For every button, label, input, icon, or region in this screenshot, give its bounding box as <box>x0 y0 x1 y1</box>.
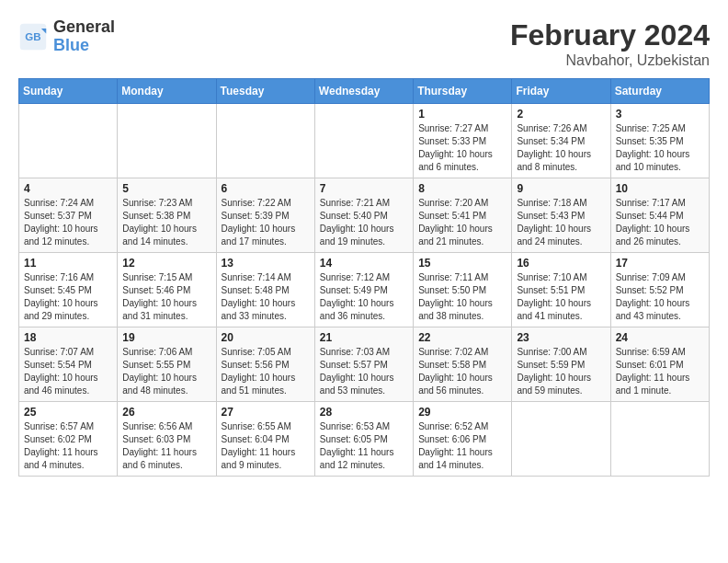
day-number: 4 <box>24 182 112 195</box>
calendar-cell: 9Sunrise: 7:18 AM Sunset: 5:43 PM Daylig… <box>512 178 610 253</box>
calendar-cell: 25Sunrise: 6:57 AM Sunset: 6:02 PM Dayli… <box>19 402 118 477</box>
day-info: Sunrise: 7:09 AM Sunset: 5:52 PM Dayligh… <box>616 271 704 323</box>
day-info: Sunrise: 7:25 AM Sunset: 5:35 PM Dayligh… <box>616 122 704 174</box>
day-info: Sunrise: 7:26 AM Sunset: 5:34 PM Dayligh… <box>517 122 605 174</box>
calendar-header: SundayMondayTuesdayWednesdayThursdayFrid… <box>19 79 710 104</box>
day-number: 7 <box>320 182 408 195</box>
day-info: Sunrise: 7:16 AM Sunset: 5:45 PM Dayligh… <box>24 271 112 323</box>
day-info: Sunrise: 7:22 AM Sunset: 5:39 PM Dayligh… <box>222 197 310 248</box>
day-number: 21 <box>320 331 408 344</box>
weekday-header: Thursday <box>414 79 512 104</box>
calendar-cell <box>19 104 118 178</box>
day-info: Sunrise: 7:27 AM Sunset: 5:33 PM Dayligh… <box>418 122 506 174</box>
title-area: February 2024 Navbahor, Uzbekistan <box>510 18 710 69</box>
weekday-header: Saturday <box>610 79 709 104</box>
day-info: Sunrise: 7:07 AM Sunset: 5:54 PM Dayligh… <box>24 346 112 397</box>
day-info: Sunrise: 7:18 AM Sunset: 5:43 PM Dayligh… <box>517 197 605 248</box>
day-info: Sunrise: 7:11 AM Sunset: 5:50 PM Dayligh… <box>418 271 506 323</box>
day-info: Sunrise: 7:20 AM Sunset: 5:41 PM Dayligh… <box>418 197 506 248</box>
calendar-cell <box>314 104 413 178</box>
calendar-cell: 24Sunrise: 6:59 AM Sunset: 6:01 PM Dayli… <box>610 327 709 402</box>
logo-line1: General <box>53 18 115 37</box>
calendar-cell: 19Sunrise: 7:06 AM Sunset: 5:55 PM Dayli… <box>118 327 216 402</box>
day-number: 19 <box>122 331 210 344</box>
day-number: 16 <box>517 257 605 270</box>
calendar-cell: 6Sunrise: 7:22 AM Sunset: 5:39 PM Daylig… <box>216 178 314 253</box>
day-info: Sunrise: 7:02 AM Sunset: 5:58 PM Dayligh… <box>418 346 506 397</box>
day-number: 3 <box>616 108 704 121</box>
month-title: February 2024 <box>510 18 710 52</box>
day-number: 8 <box>418 182 506 195</box>
day-number: 18 <box>24 331 112 344</box>
calendar-cell: 27Sunrise: 6:55 AM Sunset: 6:04 PM Dayli… <box>216 402 314 477</box>
day-number: 29 <box>418 406 506 419</box>
calendar-cell: 12Sunrise: 7:15 AM Sunset: 5:46 PM Dayli… <box>118 253 216 327</box>
day-number: 12 <box>122 257 210 270</box>
calendar-cell <box>512 402 610 477</box>
calendar-cell: 7Sunrise: 7:21 AM Sunset: 5:40 PM Daylig… <box>314 178 413 253</box>
day-number: 9 <box>517 182 605 195</box>
calendar-cell: 14Sunrise: 7:12 AM Sunset: 5:49 PM Dayli… <box>314 253 413 327</box>
calendar-cell <box>118 104 216 178</box>
calendar-week: 25Sunrise: 6:57 AM Sunset: 6:02 PM Dayli… <box>19 402 710 477</box>
day-number: 14 <box>320 257 408 270</box>
day-number: 6 <box>222 182 310 195</box>
day-number: 17 <box>616 257 704 270</box>
day-info: Sunrise: 6:56 AM Sunset: 6:03 PM Dayligh… <box>122 420 210 472</box>
day-info: Sunrise: 7:17 AM Sunset: 5:44 PM Dayligh… <box>616 197 704 248</box>
weekday-row: SundayMondayTuesdayWednesdayThursdayFrid… <box>19 79 710 104</box>
day-number: 11 <box>24 257 112 270</box>
calendar-cell: 8Sunrise: 7:20 AM Sunset: 5:41 PM Daylig… <box>414 178 512 253</box>
day-info: Sunrise: 7:23 AM Sunset: 5:38 PM Dayligh… <box>122 197 210 248</box>
weekday-header: Monday <box>118 79 216 104</box>
weekday-header: Sunday <box>19 79 118 104</box>
calendar-cell <box>216 104 314 178</box>
calendar-week: 1Sunrise: 7:27 AM Sunset: 5:33 PM Daylig… <box>19 104 710 178</box>
calendar-cell: 18Sunrise: 7:07 AM Sunset: 5:54 PM Dayli… <box>19 327 118 402</box>
day-info: Sunrise: 6:53 AM Sunset: 6:05 PM Dayligh… <box>320 420 408 472</box>
calendar-cell: 28Sunrise: 6:53 AM Sunset: 6:05 PM Dayli… <box>314 402 413 477</box>
day-number: 25 <box>24 406 112 419</box>
day-info: Sunrise: 7:15 AM Sunset: 5:46 PM Dayligh… <box>122 271 210 323</box>
calendar-cell: 1Sunrise: 7:27 AM Sunset: 5:33 PM Daylig… <box>414 104 512 178</box>
calendar-cell: 17Sunrise: 7:09 AM Sunset: 5:52 PM Dayli… <box>610 253 709 327</box>
day-info: Sunrise: 7:00 AM Sunset: 5:59 PM Dayligh… <box>517 346 605 397</box>
day-info: Sunrise: 7:03 AM Sunset: 5:57 PM Dayligh… <box>320 346 408 397</box>
day-number: 27 <box>222 406 310 419</box>
calendar-cell: 20Sunrise: 7:05 AM Sunset: 5:56 PM Dayli… <box>216 327 314 402</box>
calendar-cell: 5Sunrise: 7:23 AM Sunset: 5:38 PM Daylig… <box>118 178 216 253</box>
calendar-week: 18Sunrise: 7:07 AM Sunset: 5:54 PM Dayli… <box>19 327 710 402</box>
logo-icon: GB <box>18 22 48 52</box>
day-number: 26 <box>122 406 210 419</box>
calendar-cell: 16Sunrise: 7:10 AM Sunset: 5:51 PM Dayli… <box>512 253 610 327</box>
day-number: 13 <box>222 257 310 270</box>
day-info: Sunrise: 7:12 AM Sunset: 5:49 PM Dayligh… <box>320 271 408 323</box>
weekday-header: Friday <box>512 79 610 104</box>
day-number: 20 <box>222 331 310 344</box>
calendar-cell: 22Sunrise: 7:02 AM Sunset: 5:58 PM Dayli… <box>414 327 512 402</box>
calendar-cell: 10Sunrise: 7:17 AM Sunset: 5:44 PM Dayli… <box>610 178 709 253</box>
day-number: 15 <box>418 257 506 270</box>
calendar-cell: 4Sunrise: 7:24 AM Sunset: 5:37 PM Daylig… <box>19 178 118 253</box>
calendar-cell: 15Sunrise: 7:11 AM Sunset: 5:50 PM Dayli… <box>414 253 512 327</box>
day-info: Sunrise: 6:55 AM Sunset: 6:04 PM Dayligh… <box>222 420 310 472</box>
day-info: Sunrise: 7:21 AM Sunset: 5:40 PM Dayligh… <box>320 197 408 248</box>
day-number: 2 <box>517 108 605 121</box>
calendar-cell: 11Sunrise: 7:16 AM Sunset: 5:45 PM Dayli… <box>19 253 118 327</box>
calendar-week: 11Sunrise: 7:16 AM Sunset: 5:45 PM Dayli… <box>19 253 710 327</box>
day-number: 24 <box>616 331 704 344</box>
day-info: Sunrise: 6:59 AM Sunset: 6:01 PM Dayligh… <box>616 346 704 397</box>
day-number: 28 <box>320 406 408 419</box>
day-info: Sunrise: 7:14 AM Sunset: 5:48 PM Dayligh… <box>222 271 310 323</box>
calendar-table: SundayMondayTuesdayWednesdayThursdayFrid… <box>18 78 710 477</box>
logo: GB General Blue <box>18 18 115 55</box>
page-header: GB General Blue February 2024 Navbahor, … <box>18 18 710 69</box>
calendar-cell: 3Sunrise: 7:25 AM Sunset: 5:35 PM Daylig… <box>610 104 709 178</box>
calendar-cell <box>610 402 709 477</box>
day-number: 5 <box>122 182 210 195</box>
logo-line2: Blue <box>53 37 115 55</box>
weekday-header: Tuesday <box>216 79 314 104</box>
day-number: 23 <box>517 331 605 344</box>
day-info: Sunrise: 7:05 AM Sunset: 5:56 PM Dayligh… <box>222 346 310 397</box>
calendar-week: 4Sunrise: 7:24 AM Sunset: 5:37 PM Daylig… <box>19 178 710 253</box>
